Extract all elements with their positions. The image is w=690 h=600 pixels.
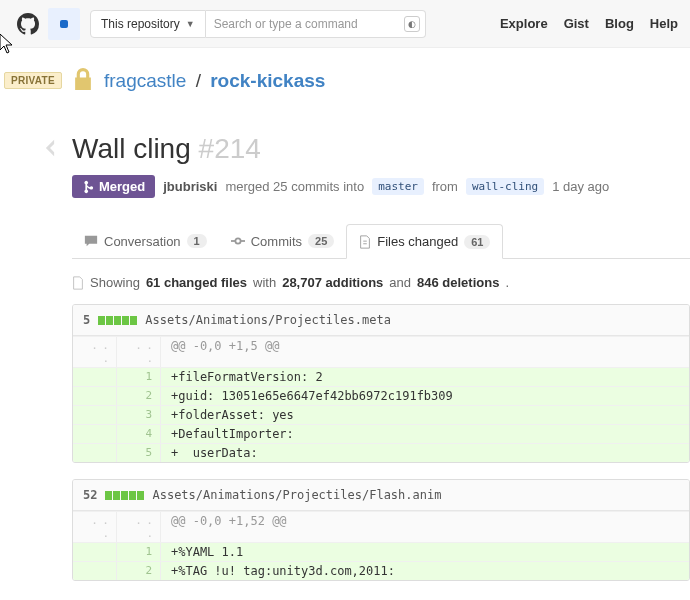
merge-text-b: from	[432, 179, 458, 194]
diff-file-path[interactable]: Assets/Animations/Projectiles.meta	[145, 313, 391, 327]
private-badge: PRIVATE	[4, 72, 62, 89]
notification-indicator[interactable]	[48, 8, 80, 40]
document-icon	[72, 276, 84, 290]
tab-conversation-count: 1	[187, 234, 207, 248]
diff-file-path[interactable]: Assets/Animations/Projectiles/Flash.anim	[152, 488, 441, 502]
merged-badge: Merged	[72, 175, 155, 198]
diff-block: 52Assets/Animations/Projectiles/Flash.an…	[72, 479, 690, 581]
diff-line-added: 4+DefaultImporter:	[73, 424, 689, 443]
lock-icon	[72, 66, 94, 95]
hunk-header: . . .. . .@@ -0,0 +1,5 @@	[73, 336, 689, 367]
search-wrap: ◐	[206, 10, 426, 38]
slash-shortcut-icon: ◐	[404, 16, 420, 32]
diff-line-added: 5+ userData:	[73, 443, 689, 462]
tab-commits[interactable]: Commits 25	[219, 224, 347, 258]
diff-stat-bars	[105, 491, 144, 500]
tab-commits-count: 25	[308, 234, 334, 248]
pr-number: #214	[199, 133, 261, 164]
merge-text-a: merged 25 commits into	[225, 179, 364, 194]
tab-files-count: 61	[464, 235, 490, 249]
pr-tabs: Conversation 1 Commits 25 Files changed …	[72, 224, 690, 259]
repo-header: PRIVATE fragcastle / rock-kickass	[4, 66, 690, 95]
merged-badge-label: Merged	[99, 179, 145, 194]
search-scope-dropdown[interactable]: This repository ▼	[90, 10, 206, 38]
github-logo[interactable]	[12, 8, 44, 40]
pr-subheader: Merged jbubriski merged 25 commits into …	[72, 175, 690, 198]
diff-summary: Showing 61 changed files with 28,707 add…	[72, 275, 690, 290]
pr-author[interactable]: jbubriski	[163, 179, 217, 194]
hunk-header: . . .. . .@@ -0,0 +1,52 @@	[73, 511, 689, 542]
diff-line-count: 5	[83, 313, 90, 327]
tab-conversation[interactable]: Conversation 1	[72, 224, 219, 258]
diff-line-added: 1+%YAML 1.1	[73, 542, 689, 561]
search-scope-label: This repository	[101, 17, 180, 31]
nav-gist[interactable]: Gist	[564, 16, 589, 31]
nav-help[interactable]: Help	[650, 16, 678, 31]
commit-icon	[231, 234, 245, 248]
top-nav: Explore Gist Blog Help	[500, 16, 678, 31]
diff-header[interactable]: 52Assets/Animations/Projectiles/Flash.an…	[73, 480, 689, 511]
top-bar: This repository ▼ ◐ Explore Gist Blog He…	[0, 0, 690, 48]
git-merge-icon	[82, 180, 94, 194]
diff-stat-bars	[98, 316, 137, 325]
file-diff-icon	[359, 235, 371, 249]
diff-block: 5Assets/Animations/Projectiles.meta. . .…	[72, 304, 690, 463]
search-input[interactable]	[206, 10, 426, 38]
svg-point-0	[235, 238, 240, 243]
diff-line-added: 1+fileFormatVersion: 2	[73, 367, 689, 386]
diff-header[interactable]: 5Assets/Animations/Projectiles.meta	[73, 305, 689, 336]
tab-files-changed[interactable]: Files changed 61	[346, 224, 503, 259]
tab-conversation-label: Conversation	[104, 234, 181, 249]
diff-line-added: 2+guid: 13051e65e6647ef42bb6972c191fb309	[73, 386, 689, 405]
head-branch[interactable]: wall-cling	[466, 178, 544, 195]
diff-line-added: 2+%TAG !u! tag:unity3d.com,2011:	[73, 561, 689, 580]
tab-commits-label: Commits	[251, 234, 302, 249]
chevron-left-icon[interactable]	[42, 137, 58, 162]
breadcrumb-separator: /	[196, 70, 201, 91]
pr-title-text: Wall cling	[72, 133, 191, 164]
chevron-down-icon: ▼	[186, 19, 195, 29]
repo-link[interactable]: rock-kickass	[210, 70, 325, 91]
tab-files-label: Files changed	[377, 234, 458, 249]
comment-icon	[84, 234, 98, 248]
diff-line-count: 52	[83, 488, 97, 502]
nav-blog[interactable]: Blog	[605, 16, 634, 31]
diff-line-added: 3+folderAsset: yes	[73, 405, 689, 424]
merge-time: 1 day ago	[552, 179, 609, 194]
base-branch[interactable]: master	[372, 178, 424, 195]
pr-title: Wall cling #214	[72, 133, 261, 165]
breadcrumb: fragcastle / rock-kickass	[104, 70, 325, 92]
nav-explore[interactable]: Explore	[500, 16, 548, 31]
owner-link[interactable]: fragcastle	[104, 70, 186, 91]
